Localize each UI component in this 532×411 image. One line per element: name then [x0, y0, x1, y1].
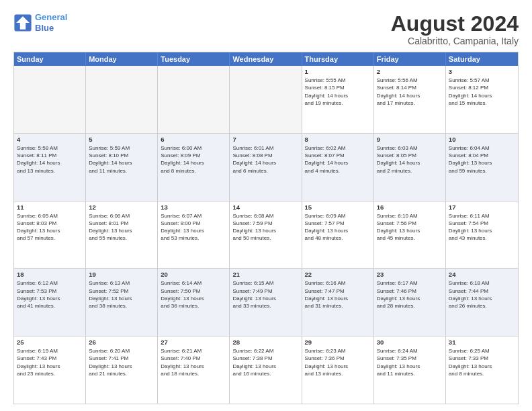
day-info: Sunrise: 6:13 AM Sunset: 7:52 PM Dayligh… [89, 279, 154, 310]
day-cell-28: 28Sunrise: 6:22 AM Sunset: 7:38 PM Dayli… [230, 336, 302, 404]
day-cell-22: 22Sunrise: 6:16 AM Sunset: 7:47 PM Dayli… [302, 269, 374, 336]
day-number: 23 [377, 271, 443, 278]
title-block: August 2024 Calabritto, Campania, Italy [391, 12, 519, 46]
logo: General Blue [13, 12, 67, 33]
calendar-header: SundayMondayTuesdayWednesdayThursdayFrid… [14, 52, 518, 66]
day-number: 1 [305, 68, 371, 75]
day-cell-16: 16Sunrise: 6:10 AM Sunset: 7:56 PM Dayli… [374, 201, 446, 269]
day-cell-3: 3Sunrise: 5:57 AM Sunset: 8:12 PM Daylig… [446, 66, 518, 133]
day-number: 22 [305, 271, 371, 278]
day-info: Sunrise: 6:15 AM Sunset: 7:49 PM Dayligh… [232, 279, 298, 310]
day-cell-17: 17Sunrise: 6:11 AM Sunset: 7:54 PM Dayli… [446, 201, 518, 269]
weekday-header-tuesday: Tuesday [158, 52, 230, 66]
day-number: 27 [161, 338, 226, 346]
day-number: 29 [305, 338, 371, 346]
day-info: Sunrise: 6:04 AM Sunset: 8:04 PM Dayligh… [449, 144, 515, 175]
weekday-header-sunday: Sunday [14, 52, 86, 66]
day-cell-20: 20Sunrise: 6:14 AM Sunset: 7:50 PM Dayli… [158, 269, 230, 336]
day-number: 5 [89, 136, 154, 143]
day-info: Sunrise: 6:18 AM Sunset: 7:44 PM Dayligh… [449, 279, 515, 310]
day-number: 28 [232, 338, 298, 346]
day-number: 10 [449, 136, 515, 143]
day-number: 3 [449, 68, 515, 75]
day-info: Sunrise: 6:00 AM Sunset: 8:09 PM Dayligh… [161, 144, 226, 175]
day-number: 11 [17, 203, 83, 211]
day-cell-25: 25Sunrise: 6:19 AM Sunset: 7:43 PM Dayli… [14, 336, 86, 404]
day-cell-24: 24Sunrise: 6:18 AM Sunset: 7:44 PM Dayli… [446, 269, 518, 336]
day-number: 4 [17, 136, 83, 143]
weekday-header-saturday: Saturday [446, 52, 518, 66]
day-info: Sunrise: 5:55 AM Sunset: 8:15 PM Dayligh… [305, 77, 371, 107]
day-cell-11: 11Sunrise: 6:05 AM Sunset: 8:03 PM Dayli… [14, 201, 86, 269]
day-number: 14 [232, 203, 298, 211]
day-cell-19: 19Sunrise: 6:13 AM Sunset: 7:52 PM Dayli… [86, 269, 158, 336]
day-info: Sunrise: 5:58 AM Sunset: 8:11 PM Dayligh… [17, 144, 83, 175]
day-number: 24 [449, 271, 515, 278]
day-cell-9: 9Sunrise: 6:03 AM Sunset: 8:05 PM Daylig… [374, 134, 446, 201]
day-info: Sunrise: 6:16 AM Sunset: 7:47 PM Dayligh… [305, 279, 371, 310]
day-number: 13 [161, 203, 226, 211]
day-info: Sunrise: 6:11 AM Sunset: 7:54 PM Dayligh… [449, 212, 515, 242]
day-info: Sunrise: 6:22 AM Sunset: 7:38 PM Dayligh… [232, 347, 298, 377]
day-cell-12: 12Sunrise: 6:06 AM Sunset: 8:01 PM Dayli… [86, 201, 158, 269]
day-info: Sunrise: 6:03 AM Sunset: 8:05 PM Dayligh… [377, 144, 443, 175]
day-info: Sunrise: 6:08 AM Sunset: 7:59 PM Dayligh… [232, 212, 298, 242]
day-cell-27: 27Sunrise: 6:21 AM Sunset: 7:40 PM Dayli… [158, 336, 230, 404]
day-cell-30: 30Sunrise: 6:24 AM Sunset: 7:35 PM Dayli… [374, 336, 446, 404]
calendar-row-3: 18Sunrise: 6:12 AM Sunset: 7:53 PM Dayli… [14, 268, 518, 336]
weekday-header-wednesday: Wednesday [230, 52, 302, 66]
day-number: 21 [232, 271, 298, 278]
day-cell-1: 1Sunrise: 5:55 AM Sunset: 8:15 PM Daylig… [302, 66, 374, 133]
day-info: Sunrise: 6:20 AM Sunset: 7:41 PM Dayligh… [89, 347, 154, 377]
day-info: Sunrise: 6:07 AM Sunset: 8:00 PM Dayligh… [161, 212, 226, 242]
subtitle: Calabritto, Campania, Italy [391, 36, 519, 46]
day-info: Sunrise: 6:05 AM Sunset: 8:03 PM Dayligh… [17, 212, 83, 242]
day-number: 31 [449, 338, 515, 346]
day-info: Sunrise: 6:12 AM Sunset: 7:53 PM Dayligh… [17, 279, 83, 310]
logo-text: General Blue [35, 12, 67, 33]
day-cell-15: 15Sunrise: 6:09 AM Sunset: 7:57 PM Dayli… [302, 201, 374, 269]
day-info: Sunrise: 6:21 AM Sunset: 7:40 PM Dayligh… [161, 347, 226, 377]
day-info: Sunrise: 6:10 AM Sunset: 7:56 PM Dayligh… [377, 212, 443, 242]
day-cell-23: 23Sunrise: 6:17 AM Sunset: 7:46 PM Dayli… [374, 269, 446, 336]
day-info: Sunrise: 6:14 AM Sunset: 7:50 PM Dayligh… [161, 279, 226, 310]
day-cell-5: 5Sunrise: 5:59 AM Sunset: 8:10 PM Daylig… [86, 134, 158, 201]
day-number: 12 [89, 203, 154, 211]
day-cell-14: 14Sunrise: 6:08 AM Sunset: 7:59 PM Dayli… [230, 201, 302, 269]
day-number: 16 [377, 203, 443, 211]
day-cell-4: 4Sunrise: 5:58 AM Sunset: 8:11 PM Daylig… [14, 134, 86, 201]
day-number: 19 [89, 271, 154, 278]
day-number: 6 [161, 136, 226, 143]
day-cell-26: 26Sunrise: 6:20 AM Sunset: 7:41 PM Dayli… [86, 336, 158, 404]
day-cell-29: 29Sunrise: 6:23 AM Sunset: 7:36 PM Dayli… [302, 336, 374, 404]
empty-cell [158, 66, 230, 133]
day-info: Sunrise: 6:23 AM Sunset: 7:36 PM Dayligh… [305, 347, 371, 377]
logo-line1: General [35, 12, 67, 22]
weekday-header-friday: Friday [374, 52, 446, 66]
header: General Blue August 2024 Calabritto, Cam… [13, 12, 519, 46]
day-number: 17 [449, 203, 515, 211]
day-info: Sunrise: 6:24 AM Sunset: 7:35 PM Dayligh… [377, 347, 443, 377]
calendar-row-2: 11Sunrise: 6:05 AM Sunset: 8:03 PM Dayli… [14, 201, 518, 269]
day-cell-10: 10Sunrise: 6:04 AM Sunset: 8:04 PM Dayli… [446, 134, 518, 201]
day-number: 9 [377, 136, 443, 143]
day-cell-6: 6Sunrise: 6:00 AM Sunset: 8:09 PM Daylig… [158, 134, 230, 201]
day-number: 30 [377, 338, 443, 346]
day-cell-2: 2Sunrise: 5:56 AM Sunset: 8:14 PM Daylig… [374, 66, 446, 133]
empty-cell [86, 66, 158, 133]
page: General Blue August 2024 Calabritto, Cam… [0, 0, 532, 411]
day-info: Sunrise: 5:57 AM Sunset: 8:12 PM Dayligh… [449, 77, 515, 107]
day-info: Sunrise: 6:09 AM Sunset: 7:57 PM Dayligh… [305, 212, 371, 242]
day-number: 25 [17, 338, 83, 346]
day-number: 26 [89, 338, 154, 346]
calendar-row-1: 4Sunrise: 5:58 AM Sunset: 8:11 PM Daylig… [14, 133, 518, 201]
day-cell-18: 18Sunrise: 6:12 AM Sunset: 7:53 PM Dayli… [14, 269, 86, 336]
day-info: Sunrise: 5:59 AM Sunset: 8:10 PM Dayligh… [89, 144, 154, 175]
day-info: Sunrise: 5:56 AM Sunset: 8:14 PM Dayligh… [377, 77, 443, 107]
empty-cell [14, 66, 86, 133]
day-number: 20 [161, 271, 226, 278]
main-title: August 2024 [391, 12, 519, 36]
weekday-header-thursday: Thursday [302, 52, 374, 66]
calendar-body: 1Sunrise: 5:55 AM Sunset: 8:15 PM Daylig… [14, 66, 518, 404]
day-info: Sunrise: 6:19 AM Sunset: 7:43 PM Dayligh… [17, 347, 83, 377]
